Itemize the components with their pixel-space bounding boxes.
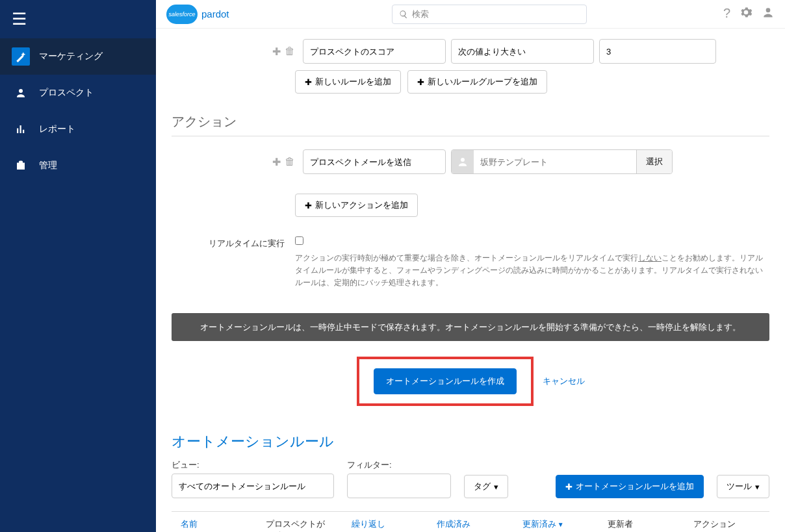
info-bar: オートメーションルールは、一時停止中モードで保存されます。オートメーションルール… xyxy=(172,313,769,342)
plus-icon: ✚ xyxy=(305,201,312,210)
rule-value-input[interactable] xyxy=(599,39,716,64)
trash-icon[interactable]: 🗑 xyxy=(285,156,295,168)
trash-icon[interactable]: 🗑 xyxy=(285,45,295,58)
action-row: ✚ 🗑 プロスペクトメールを送信 選択 xyxy=(256,149,769,174)
view-select[interactable]: すべてのオートメーションルール xyxy=(172,474,334,498)
add-action-button[interactable]: ✚ 新しいアクションを追加 xyxy=(295,194,418,217)
cancel-link[interactable]: キャンセル xyxy=(543,375,585,387)
logo[interactable]: salesforce pardot xyxy=(166,5,229,24)
caret-down-icon: ▾ xyxy=(755,482,760,492)
template-select-button[interactable]: 選択 xyxy=(636,150,672,173)
chart-icon xyxy=(12,120,30,138)
col-match: プロスペクトが一致 xyxy=(257,518,342,532)
col-repeat[interactable]: 繰り返し xyxy=(342,518,428,532)
plus-icon: ✚ xyxy=(417,77,424,87)
search-placeholder: 検索 xyxy=(412,8,429,20)
caret-down-icon: ▾ xyxy=(494,482,498,492)
main-content: ✚ 🗑 プロスペクトのスコア 次の値より大きい ✚ 新しいルールを追加 ✚ 新し… xyxy=(156,29,785,532)
sidebar-item-label: プロスペクト xyxy=(39,87,94,99)
wand-icon xyxy=(12,47,30,66)
actions-title: アクション xyxy=(172,113,769,131)
plus-icon: ✚ xyxy=(565,482,573,492)
tag-button[interactable]: タグ ▾ xyxy=(464,475,508,498)
salesforce-cloud-icon: salesforce xyxy=(166,5,198,24)
sort-down-icon: ▼ xyxy=(558,521,564,528)
add-icon[interactable]: ✚ xyxy=(272,156,281,168)
realtime-checkbox[interactable] xyxy=(295,236,303,245)
add-rule-button[interactable]: ✚ 新しいルールを追加 xyxy=(295,70,401,94)
filter-label: フィルター: xyxy=(347,459,451,471)
topbar: salesforce pardot 検索 ? xyxy=(156,0,785,29)
table-header: 名前 プロスペクトが一致 繰り返し 作成済み 更新済み▼ 更新者 アクション xyxy=(172,511,769,532)
sidebar-item-admin[interactable]: 管理 xyxy=(0,147,156,184)
create-automation-rule-button[interactable]: オートメーションルールを作成 xyxy=(374,368,517,394)
plus-icon: ✚ xyxy=(305,77,312,87)
rule-row: ✚ 🗑 プロスペクトのスコア 次の値より大きい xyxy=(256,39,769,64)
search-icon xyxy=(399,10,408,19)
briefcase-icon xyxy=(12,157,30,175)
col-updater: 更新者 xyxy=(598,518,684,532)
add-automation-rule-button[interactable]: ✚ オートメーションルールを追加 xyxy=(556,475,704,498)
search-input[interactable]: 検索 xyxy=(392,5,587,24)
gear-icon[interactable] xyxy=(740,6,753,22)
help-icon[interactable]: ? xyxy=(723,6,730,22)
rule-field-select[interactable]: プロスペクトのスコア xyxy=(303,39,446,64)
automation-rules-list-title: オートメーションルール xyxy=(172,432,769,451)
users-icon xyxy=(12,84,30,102)
sidebar-item-label: マーケティング xyxy=(39,51,103,62)
realtime-help-text: アクションの実行時刻が極めて重要な場合を除き、オートメーションルールをリアルタイ… xyxy=(295,252,769,290)
col-updated[interactable]: 更新済み▼ xyxy=(513,518,598,532)
pardot-logo-text: pardot xyxy=(201,8,229,19)
rule-operator-select[interactable]: 次の値より大きい xyxy=(451,39,594,64)
col-name[interactable]: 名前 xyxy=(172,518,257,532)
user-icon[interactable] xyxy=(762,6,775,22)
sidebar-item-prospects[interactable]: プロスペクト xyxy=(0,75,156,111)
col-action: アクション xyxy=(684,518,769,532)
sidebar-item-marketing[interactable]: マーケティング xyxy=(0,38,156,75)
action-select[interactable]: プロスペクトメールを送信 xyxy=(303,149,446,174)
filter-input[interactable] xyxy=(347,474,451,498)
tools-button[interactable]: ツール ▾ xyxy=(717,475,769,498)
add-icon[interactable]: ✚ xyxy=(272,45,281,58)
realtime-label: リアルタイムに実行 xyxy=(172,236,295,249)
template-input[interactable] xyxy=(474,150,636,173)
submit-highlight-box: オートメーションルールを作成 xyxy=(357,357,534,406)
col-created[interactable]: 作成済み xyxy=(428,518,513,532)
add-rule-group-button[interactable]: ✚ 新しいルールグループを追加 xyxy=(407,70,547,94)
sidebar-item-label: レポート xyxy=(39,123,75,135)
sidebar: ☰ マーケティング プロスペクト レポート 管理 xyxy=(0,0,156,532)
divider xyxy=(172,136,769,136)
avatar-icon xyxy=(452,150,474,173)
view-label: ビュー: xyxy=(172,459,334,471)
sidebar-item-reports[interactable]: レポート xyxy=(0,111,156,147)
sidebar-item-label: 管理 xyxy=(39,160,57,171)
hamburger-icon[interactable]: ☰ xyxy=(0,0,156,38)
